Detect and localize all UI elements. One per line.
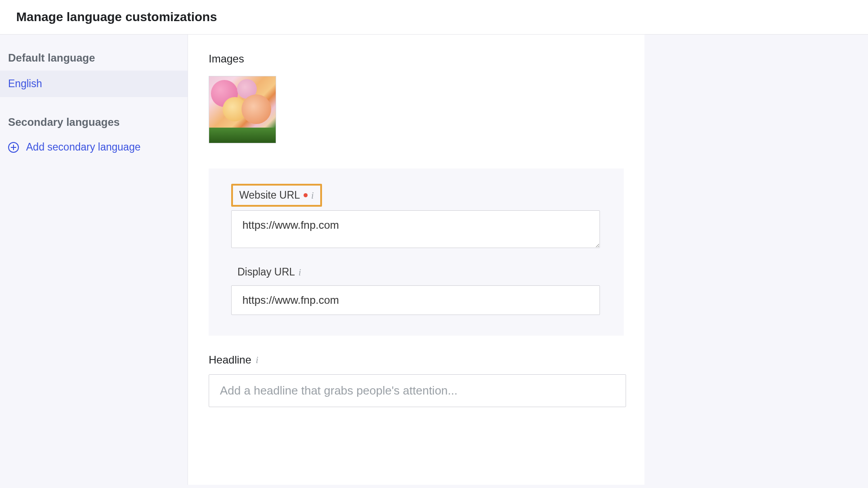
page-title: Manage language customizations <box>16 10 852 24</box>
plus-circle-icon <box>8 142 19 153</box>
website-url-field: Website URL i <box>231 184 601 250</box>
required-dot-icon <box>304 193 308 197</box>
sidebar-secondary-languages-heading: Secondary languages <box>0 111 188 135</box>
image-thumbnail[interactable] <box>209 76 276 143</box>
display-url-input[interactable] <box>231 285 600 315</box>
url-panel: Website URL i Display URL i <box>209 169 624 336</box>
info-icon[interactable]: i <box>299 268 301 277</box>
website-url-label: Website URL <box>239 189 300 201</box>
display-url-label-row: Display URL i <box>231 262 307 282</box>
sidebar-item-english[interactable]: English <box>0 71 188 97</box>
info-icon[interactable]: i <box>311 191 314 200</box>
display-url-label: Display URL <box>237 266 295 278</box>
website-url-label-row: Website URL i <box>231 184 322 207</box>
headline-input[interactable] <box>209 374 626 407</box>
headline-label: Headline <box>209 354 251 366</box>
main-panel: Images Website URL i Display <box>188 35 644 485</box>
page-header: Manage language customizations <box>0 0 868 35</box>
website-url-input[interactable] <box>231 210 600 248</box>
info-icon[interactable]: i <box>256 355 259 364</box>
add-secondary-language-button[interactable]: Add secondary language <box>0 135 188 160</box>
add-secondary-language-label: Add secondary language <box>26 141 140 153</box>
layout: Default language English Secondary langu… <box>0 35 868 485</box>
display-url-field: Display URL i <box>231 262 601 315</box>
images-section-label: Images <box>209 53 624 65</box>
sidebar-default-language-heading: Default language <box>0 47 188 71</box>
headline-label-row: Headline i <box>209 354 624 366</box>
right-gutter <box>644 35 868 485</box>
sidebar: Default language English Secondary langu… <box>0 35 188 485</box>
